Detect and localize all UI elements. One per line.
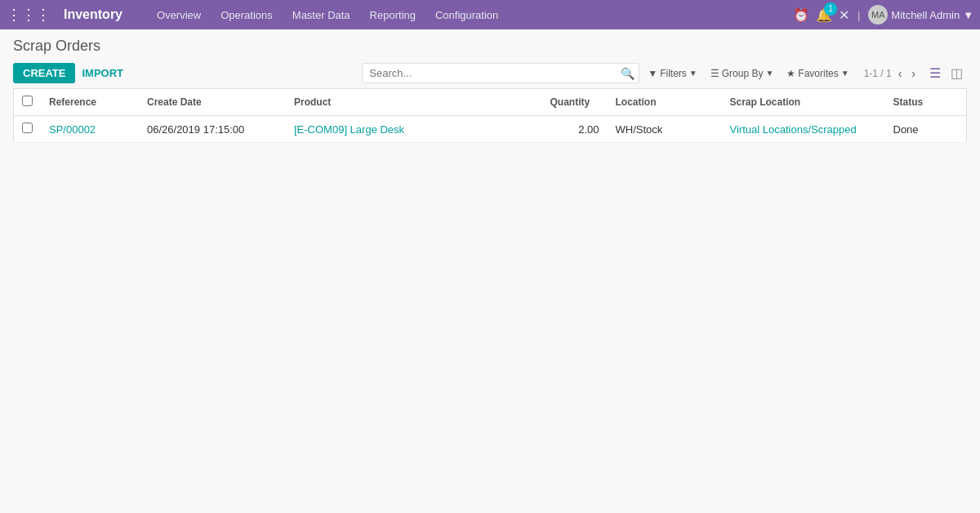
page-content: Scrap Orders CREATE IMPORT 🔍 ▼ Filters ▼… xyxy=(0,29,980,151)
search-wrapper: 🔍 xyxy=(362,63,639,83)
row-product: [E-COM09] Large Desk xyxy=(286,116,542,143)
select-all-checkbox[interactable] xyxy=(22,96,33,106)
row-reference: SP/00002 xyxy=(41,116,139,143)
import-button[interactable]: IMPORT xyxy=(82,67,123,79)
avatar: MA xyxy=(868,5,888,25)
row-status: Done xyxy=(885,116,967,143)
scrap-location-link[interactable]: Virtual Locations/Scrapped xyxy=(730,123,857,136)
group-by-label: Group By xyxy=(722,68,764,79)
favorites-caret: ▼ xyxy=(841,69,849,78)
row-quantity: 2.00 xyxy=(542,116,608,143)
notification-bell-wrap[interactable]: 🔔 1 xyxy=(816,7,832,23)
row-location: WH/Stock xyxy=(608,116,722,143)
notification-badge: 1 xyxy=(824,2,837,16)
toolbar-row: CREATE IMPORT 🔍 ▼ Filters ▼ ☰ Group By ▼ xyxy=(13,63,967,83)
nav-operations[interactable]: Operations xyxy=(212,6,281,25)
col-product[interactable]: Product xyxy=(286,89,542,116)
col-reference[interactable]: Reference xyxy=(41,89,139,116)
user-menu-caret: ▼ xyxy=(963,9,973,21)
filters-button[interactable]: ▼ Filters ▼ xyxy=(643,65,702,82)
star-icon: ★ xyxy=(786,68,795,79)
row-scrap-location: Virtual Locations/Scrapped xyxy=(722,116,885,143)
search-input[interactable] xyxy=(362,63,639,83)
filter-controls: ▼ Filters ▼ ☰ Group By ▼ ★ Favorites ▼ xyxy=(643,65,853,82)
user-name: Mitchell Admin xyxy=(891,9,960,21)
next-page-button[interactable]: › xyxy=(908,65,919,82)
group-by-caret: ▼ xyxy=(765,69,773,78)
topbar: ⋮⋮⋮ Inventory Overview Operations Master… xyxy=(0,0,980,29)
col-quantity[interactable]: Quantity xyxy=(542,89,608,116)
row-checkbox[interactable] xyxy=(22,123,33,133)
row-checkbox-cell xyxy=(14,116,42,143)
favorites-label: Favorites xyxy=(798,68,838,79)
search-icon-button[interactable]: 🔍 xyxy=(621,67,635,80)
clock-icon[interactable]: ⏰ xyxy=(793,7,809,23)
row-create-date: 06/26/2019 17:15:00 xyxy=(139,116,286,143)
separator: | xyxy=(858,9,860,21)
filter-funnel-icon: ▼ xyxy=(648,68,657,79)
right-controls: 🔍 ▼ Filters ▼ ☰ Group By ▼ ★ Favorites ▼ xyxy=(362,63,967,83)
group-by-button[interactable]: ☰ Group By ▼ xyxy=(706,65,779,82)
col-create-date[interactable]: Create Date xyxy=(139,89,286,116)
group-by-icon: ☰ xyxy=(710,68,719,79)
nav-master-data[interactable]: Master Data xyxy=(284,6,359,25)
nav-reporting[interactable]: Reporting xyxy=(362,6,424,25)
close-icon[interactable]: ✕ xyxy=(839,7,849,23)
user-menu[interactable]: MA Mitchell Admin ▼ xyxy=(868,5,973,25)
view-toggles: ☰ ◫ xyxy=(925,63,967,83)
nav-overview[interactable]: Overview xyxy=(149,6,209,25)
list-view-button[interactable]: ☰ xyxy=(925,63,945,83)
data-table: Reference Create Date Product Quantity L… xyxy=(13,88,967,143)
table-row[interactable]: SP/00002 06/26/2019 17:15:00 [E-COM09] L… xyxy=(14,116,967,143)
col-status[interactable]: Status xyxy=(885,89,967,116)
prev-page-button[interactable]: ‹ xyxy=(895,65,906,82)
pagination-text: 1-1 / 1 xyxy=(864,68,892,79)
topbar-right: ⏰ 🔔 1 ✕ | MA Mitchell Admin ▼ xyxy=(793,5,973,25)
main-nav: Overview Operations Master Data Reportin… xyxy=(149,6,506,25)
reference-link[interactable]: SP/00002 xyxy=(49,123,96,136)
create-button[interactable]: CREATE xyxy=(13,63,75,83)
page-title: Scrap Orders xyxy=(13,38,967,55)
col-scrap-location[interactable]: Scrap Location xyxy=(722,89,885,116)
product-link[interactable]: [E-COM09] Large Desk xyxy=(294,123,404,136)
left-actions: CREATE IMPORT xyxy=(13,63,123,83)
grid-view-button[interactable]: ◫ xyxy=(947,63,967,83)
pagination: 1-1 / 1 ‹ › xyxy=(864,65,919,82)
select-all-col xyxy=(14,89,42,116)
filters-label: Filters xyxy=(660,68,687,79)
apps-icon[interactable]: ⋮⋮⋮ xyxy=(7,6,51,24)
col-location[interactable]: Location xyxy=(608,89,722,116)
table-body: SP/00002 06/26/2019 17:15:00 [E-COM09] L… xyxy=(14,116,967,143)
app-name[interactable]: Inventory xyxy=(64,7,122,22)
filters-caret: ▼ xyxy=(689,69,697,78)
favorites-button[interactable]: ★ Favorites ▼ xyxy=(782,65,853,82)
table-header: Reference Create Date Product Quantity L… xyxy=(14,89,967,116)
nav-configuration[interactable]: Configuration xyxy=(427,6,506,25)
